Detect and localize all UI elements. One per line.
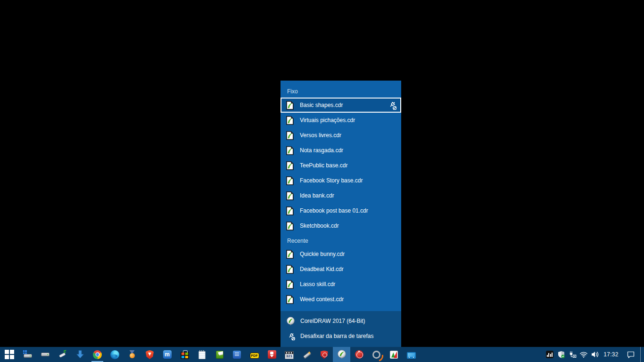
jumplist-item-recent-1[interactable]: Deadbeat Kid.cdr xyxy=(281,262,401,277)
action-center-button[interactable] xyxy=(621,347,640,362)
unpin-icon[interactable] xyxy=(387,100,396,110)
image-viewer-icon xyxy=(390,351,398,359)
brave-icon xyxy=(146,350,154,359)
jumplist-item-pinned-5[interactable]: Facebook Story base.cdr xyxy=(281,173,401,188)
pdf-reader-icon: PDF xyxy=(250,353,259,359)
taskbar-button-maxthon[interactable]: m xyxy=(158,347,176,362)
cdr-file-icon xyxy=(286,191,294,200)
start-button[interactable] xyxy=(0,347,19,362)
taskbar: m PDF 321 xyxy=(0,347,644,362)
jumplist-item-label: Sketchbook.cdr xyxy=(300,222,339,229)
utility-ring-icon xyxy=(372,351,380,359)
taskbar-button-download-manager[interactable] xyxy=(71,347,89,362)
coreldraw-jumplist: Fixo Basic shapes.cdr Virtuais pichações… xyxy=(281,81,401,347)
red-shield-icon xyxy=(321,351,328,359)
taskbar-button-klite-player[interactable]: 321 xyxy=(281,347,298,362)
taskbar-button-coreldraw[interactable] xyxy=(333,347,350,362)
hard-drive-icon xyxy=(41,350,50,359)
jumplist-item-pinned-3[interactable]: Nota rasgada.cdr xyxy=(281,143,401,158)
jumplist-item-label: Quickie bunny.cdr xyxy=(300,251,345,257)
taskbar-button-red-usb-transfer[interactable] xyxy=(263,347,281,362)
jumplist-item-label: Versos livres.cdr xyxy=(300,132,341,139)
show-desktop-button[interactable] xyxy=(640,347,644,362)
jumplist-item-pinned-2[interactable]: Versos livres.cdr xyxy=(281,128,401,143)
taskbar-button-image-viewer[interactable] xyxy=(385,347,403,362)
disk-manager-icon xyxy=(23,350,33,359)
microsoft-store-icon xyxy=(181,352,189,359)
system-tray: 17:32 xyxy=(544,347,644,362)
jumplist-item-label: Idea bank.cdr xyxy=(300,192,334,199)
cdr-file-icon xyxy=(286,101,294,110)
jumplist-app-launch[interactable]: CorelDRAW 2017 (64-Bit) xyxy=(281,313,401,329)
recent-section-header: Recente xyxy=(281,233,401,247)
cdr-file-icon xyxy=(286,116,294,125)
taskbar-button-notepad[interactable] xyxy=(193,347,211,362)
pinned-section-header: Fixo xyxy=(281,85,401,98)
taskbar-button-edge[interactable] xyxy=(106,347,124,362)
chrome-icon xyxy=(93,350,102,359)
laptop-display-icon xyxy=(407,352,416,359)
wireless-usb-adapter-icon xyxy=(58,350,67,359)
tray-equalizer[interactable] xyxy=(544,347,555,362)
jumplist-footer: CorelDRAW 2017 (64-Bit) Desafixar da bar… xyxy=(281,311,401,347)
maxthon-icon: m xyxy=(163,350,172,359)
taskbar-button-wireless-usb[interactable] xyxy=(54,347,71,362)
jumplist-item-label: Virtuais pichações.cdr xyxy=(300,117,355,123)
red-disc-icon xyxy=(355,350,363,359)
download-arrow-icon xyxy=(76,350,84,359)
taskbar-button-utility-ring[interactable] xyxy=(368,347,385,362)
cdr-file-icon xyxy=(286,280,294,289)
tray-defender[interactable] xyxy=(555,347,567,362)
taskbar-button-microsoft-store[interactable] xyxy=(176,347,193,362)
jumplist-item-pinned-8[interactable]: Sketchbook.cdr xyxy=(281,218,401,233)
jumplist-item-label: Lasso skill.cdr xyxy=(300,281,335,288)
jumplist-item-label: Facebook Story base.cdr xyxy=(300,177,363,184)
tray-volume[interactable] xyxy=(589,347,601,362)
taskbar-button-laptop-display[interactable] xyxy=(403,347,420,362)
cdr-file-icon xyxy=(286,265,294,274)
jumplist-item-label: Facebook post base 01.cdr xyxy=(300,207,368,214)
taskbar-button-writer-document[interactable] xyxy=(228,347,246,362)
jumplist-item-recent-0[interactable]: Quickie bunny.cdr xyxy=(281,247,401,262)
jumplist-item-label: Weed contest.cdr xyxy=(300,296,344,303)
taskbar-button-pdf-reader[interactable]: PDF xyxy=(246,347,263,362)
jumplist-item-recent-3[interactable]: Weed contest.cdr xyxy=(281,292,401,307)
cdr-file-icon xyxy=(286,295,294,304)
airbrush-icon xyxy=(302,350,312,359)
taskbar-button-brave[interactable] xyxy=(141,347,158,362)
taskbar-button-airbrush[interactable] xyxy=(298,347,315,362)
taskbar-button-hard-drive[interactable] xyxy=(36,347,54,362)
unpin-icon xyxy=(286,332,295,340)
writer-document-icon xyxy=(233,351,241,359)
volume-icon xyxy=(591,351,600,358)
cdr-file-icon xyxy=(286,131,294,140)
tray-wifi[interactable] xyxy=(578,347,589,362)
eject-hardware-icon xyxy=(569,351,577,358)
jumplist-item-label: Deadbeat Kid.cdr xyxy=(300,266,344,272)
jumplist-unpin-label: Desafixar da barra de tarefas xyxy=(300,333,373,339)
jumplist-item-pinned-0[interactable]: Basic shapes.cdr xyxy=(281,98,401,113)
cdr-file-icon xyxy=(286,206,294,215)
jumplist-item-recent-2[interactable]: Lasso skill.cdr xyxy=(281,277,401,292)
cdr-file-icon xyxy=(286,250,294,259)
cdr-file-icon xyxy=(286,222,294,230)
taskbar-button-red-disc[interactable] xyxy=(350,347,368,362)
jumplist-item-label: Basic shapes.cdr xyxy=(300,102,343,108)
taskbar-button-red-shield[interactable] xyxy=(315,347,333,362)
wifi-icon xyxy=(579,351,588,358)
jumplist-item-pinned-7[interactable]: Facebook post base 01.cdr xyxy=(281,203,401,218)
taskbar-button-chrome[interactable] xyxy=(89,347,106,362)
jumplist-main-section: Fixo Basic shapes.cdr Virtuais pichações… xyxy=(281,81,401,311)
taskbar-button-disk-manager[interactable] xyxy=(19,347,36,362)
defender-shield-icon xyxy=(557,351,565,359)
taskbar-clock[interactable]: 17:32 xyxy=(601,351,621,358)
tray-eject-hardware[interactable] xyxy=(567,347,578,362)
jumplist-item-pinned-6[interactable]: Idea bank.cdr xyxy=(281,188,401,203)
edge-icon xyxy=(110,350,119,359)
jumplist-unpin-taskbar[interactable]: Desafixar da barra de tarefas xyxy=(281,329,401,344)
coreldraw-balloon-icon xyxy=(286,317,295,326)
taskbar-button-medal-app[interactable] xyxy=(124,347,141,362)
jumplist-item-pinned-1[interactable]: Virtuais pichações.cdr xyxy=(281,113,401,128)
taskbar-button-green-book[interactable] xyxy=(211,347,228,362)
jumplist-item-pinned-4[interactable]: TeePublic base.cdr xyxy=(281,158,401,173)
